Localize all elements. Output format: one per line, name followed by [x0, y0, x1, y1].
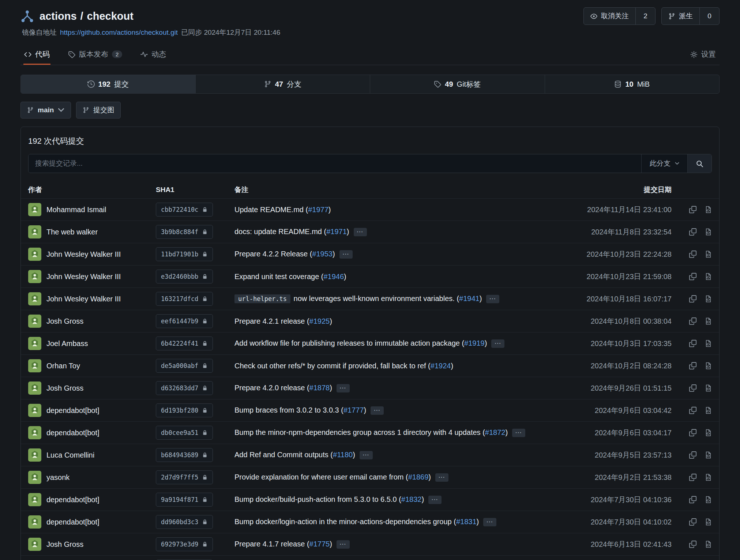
expand-message-button[interactable]: ··· [337, 540, 350, 549]
expand-message-button[interactable]: ··· [483, 518, 496, 526]
expand-message-button[interactable]: ··· [337, 384, 350, 392]
issue-link[interactable]: #1869 [408, 473, 429, 481]
copy-sha-button[interactable] [689, 251, 696, 258]
mirror-url-link[interactable]: https://github.com/actions/checkout.git [60, 29, 178, 37]
copy-sha-button[interactable] [689, 340, 696, 347]
copy-sha-button[interactable] [689, 429, 696, 436]
commit-sha-button[interactable]: d632683dd7 [156, 381, 213, 395]
copy-sha-button[interactable] [689, 496, 696, 503]
browse-source-button[interactable] [705, 518, 712, 526]
copy-sha-button[interactable] [689, 474, 696, 481]
issue-link[interactable]: #1977 [308, 206, 328, 214]
copy-sha-button[interactable] [689, 384, 696, 392]
copy-sha-button[interactable] [689, 228, 696, 236]
unwatch-button[interactable]: 取消关注 [584, 8, 635, 25]
stat-branches[interactable]: 47 分支 [196, 75, 371, 93]
browse-source-button[interactable] [705, 474, 712, 481]
browse-source-button[interactable] [705, 429, 712, 436]
browse-source-button[interactable] [705, 206, 712, 213]
avatar[interactable] [28, 426, 41, 439]
commit-sha-button[interactable]: eef61447b9 [156, 314, 213, 328]
commit-sha-button[interactable]: db0cee9a51 [156, 426, 213, 440]
author-name-link[interactable]: dependabot[bot] [46, 406, 99, 415]
author-name-link[interactable]: Joel Ambass [46, 339, 88, 348]
commit-sha-button[interactable]: 3b9b8c884f [156, 225, 213, 239]
expand-message-button[interactable]: ··· [491, 339, 504, 348]
commit-sha-button[interactable]: b684943689 [156, 448, 213, 462]
avatar[interactable] [28, 225, 41, 238]
avatar[interactable] [28, 515, 41, 529]
copy-sha-button[interactable] [689, 451, 696, 459]
avatar[interactable] [28, 404, 41, 417]
author-name-link[interactable]: Josh Gross [46, 540, 83, 549]
avatar[interactable] [28, 493, 41, 506]
browse-source-button[interactable] [705, 451, 712, 459]
search-commits-input[interactable] [29, 154, 641, 173]
copy-sha-button[interactable] [689, 541, 696, 548]
avatar[interactable] [28, 315, 41, 328]
author-name-link[interactable]: The web walker [46, 228, 98, 236]
tab-releases[interactable]: 版本发布 2 [67, 44, 123, 65]
commit-sha-button[interactable]: 163217dfcd [156, 292, 213, 306]
author-name-link[interactable]: John Wesley Walker III [46, 273, 121, 281]
expand-message-button[interactable]: ··· [428, 496, 442, 504]
browse-source-button[interactable] [705, 496, 712, 503]
avatar[interactable] [28, 292, 41, 305]
expand-message-button[interactable]: ··· [435, 473, 448, 482]
author-name-link[interactable]: Josh Gross [46, 384, 83, 392]
watchers-count-button[interactable]: 2 [635, 8, 655, 25]
avatar[interactable] [28, 270, 41, 283]
copy-sha-button[interactable] [689, 362, 696, 369]
issue-link[interactable]: #1925 [309, 317, 330, 325]
browse-source-button[interactable] [705, 317, 712, 325]
issue-link[interactable]: #1941 [459, 294, 480, 302]
browse-source-button[interactable] [705, 228, 712, 236]
issue-link[interactable]: #1777 [343, 406, 364, 414]
copy-sha-button[interactable] [689, 518, 696, 526]
issue-link[interactable]: #1878 [309, 384, 330, 392]
branch-selector[interactable]: main [20, 102, 71, 119]
commit-sha-button[interactable]: 11bd71901b [156, 247, 213, 261]
tab-settings[interactable]: 设置 [690, 44, 717, 65]
avatar[interactable] [28, 337, 41, 350]
commit-graph-button[interactable]: 提交图 [76, 102, 121, 119]
commit-sha-button[interactable]: e3d2460bbb [156, 270, 213, 283]
avatar[interactable] [28, 203, 41, 216]
copy-sha-button[interactable] [689, 273, 696, 280]
avatar[interactable] [28, 359, 41, 372]
issue-link[interactable]: #1953 [312, 250, 333, 258]
author-name-link[interactable]: John Wesley Walker III [46, 250, 121, 259]
avatar[interactable] [28, 448, 41, 462]
commit-sha-button[interactable]: de5a000abf [156, 359, 213, 373]
issue-link[interactable]: #1832 [401, 495, 422, 503]
avatar[interactable] [28, 471, 41, 484]
author-name-link[interactable]: John Wesley Walker III [46, 295, 121, 303]
tab-activity[interactable]: 动态 [140, 44, 167, 65]
avatar[interactable] [28, 382, 41, 395]
avatar[interactable] [28, 538, 41, 551]
author-name-link[interactable]: dependabot[bot] [46, 518, 99, 526]
fork-button[interactable]: 派生 [662, 8, 699, 25]
copy-sha-button[interactable] [689, 295, 696, 302]
issue-link[interactable]: #1775 [309, 540, 330, 548]
issue-link[interactable]: #1831 [456, 518, 477, 526]
browse-source-button[interactable] [705, 362, 712, 369]
stat-tags[interactable]: 49 Git标签 [370, 75, 545, 93]
author-name-link[interactable]: dependabot[bot] [46, 496, 99, 504]
browse-source-button[interactable] [705, 384, 712, 392]
stat-commits[interactable]: 192 提交 [21, 75, 196, 93]
issue-link[interactable]: #1946 [323, 273, 344, 281]
copy-sha-button[interactable] [689, 407, 696, 414]
branch-filter-dropdown[interactable]: 此分支 [641, 154, 687, 173]
author-name-link[interactable]: dependabot[bot] [46, 429, 99, 437]
author-name-link[interactable]: Luca Comellini [46, 451, 94, 459]
repo-name-link[interactable]: checkout [87, 10, 134, 22]
repo-owner-link[interactable]: actions [40, 10, 77, 22]
copy-sha-button[interactable] [689, 206, 696, 213]
tab-code[interactable]: 代码 [23, 44, 50, 65]
browse-source-button[interactable] [705, 295, 712, 302]
search-button[interactable] [687, 154, 711, 173]
expand-message-button[interactable]: ··· [486, 295, 499, 303]
stat-size[interactable]: 10 MiB [545, 75, 720, 93]
browse-source-button[interactable] [705, 251, 712, 258]
